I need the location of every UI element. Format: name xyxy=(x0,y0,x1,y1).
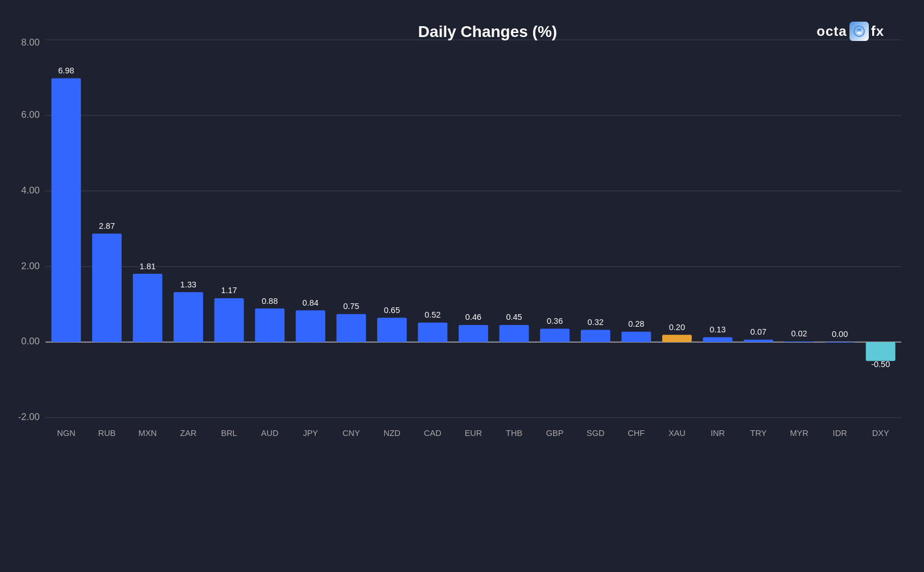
svg-text:MYR: MYR xyxy=(790,429,808,438)
svg-text:XAU: XAU xyxy=(669,429,686,438)
svg-text:0.00: 0.00 xyxy=(832,330,848,339)
svg-text:CNY: CNY xyxy=(343,429,360,438)
svg-text:0.88: 0.88 xyxy=(262,296,278,305)
svg-text:0.46: 0.46 xyxy=(465,312,481,322)
bar-AUD xyxy=(255,308,284,342)
bar-XAU xyxy=(662,335,692,342)
bar-NGN xyxy=(51,78,81,342)
bar-CAD xyxy=(418,323,447,342)
bar-RUB xyxy=(92,233,122,342)
bar-MXN xyxy=(133,274,163,342)
bar-ZAR xyxy=(174,292,203,342)
svg-text:1.17: 1.17 xyxy=(221,286,237,295)
svg-text:0.36: 0.36 xyxy=(547,316,563,326)
svg-text:THB: THB xyxy=(506,429,522,438)
bar-THB xyxy=(500,325,529,342)
bar-GBP xyxy=(540,328,570,342)
svg-text:8.00: 8.00 xyxy=(21,37,39,48)
svg-text:2.00: 2.00 xyxy=(21,261,39,271)
svg-point-0 xyxy=(854,26,864,36)
logo: octa fx xyxy=(816,22,884,41)
svg-text:0.02: 0.02 xyxy=(791,329,807,338)
bar-EUR xyxy=(459,325,488,342)
svg-text:AUD: AUD xyxy=(261,429,279,438)
svg-text:0.75: 0.75 xyxy=(343,302,359,311)
svg-text:JPY: JPY xyxy=(303,429,318,438)
svg-text:ZAR: ZAR xyxy=(180,429,196,438)
svg-text:NGN: NGN xyxy=(57,429,75,438)
svg-text:GBP: GBP xyxy=(546,429,564,438)
bar-SGD xyxy=(581,330,610,342)
svg-text:SGD: SGD xyxy=(587,429,604,438)
svg-text:4.00: 4.00 xyxy=(21,185,39,196)
svg-text:0.20: 0.20 xyxy=(669,322,685,331)
svg-text:DXY: DXY xyxy=(872,429,889,438)
svg-text:0.32: 0.32 xyxy=(588,318,604,327)
svg-text:RUB: RUB xyxy=(98,429,116,438)
bar-chart: 8.00 6.00 4.00 2.00 0.00 -2.00 6.98 NGN … xyxy=(46,40,901,515)
bar-BRL xyxy=(214,298,244,342)
svg-text:-0.50: -0.50 xyxy=(871,360,890,369)
svg-text:2.87: 2.87 xyxy=(99,221,115,231)
svg-text:CHF: CHF xyxy=(628,429,645,438)
svg-text:0.65: 0.65 xyxy=(384,305,400,314)
svg-text:0.00: 0.00 xyxy=(21,336,39,347)
bar-MYR xyxy=(785,341,814,342)
svg-text:EUR: EUR xyxy=(465,429,482,438)
bar-CHF xyxy=(621,332,651,342)
svg-text:BRL: BRL xyxy=(221,429,237,438)
svg-text:6.00: 6.00 xyxy=(21,109,39,120)
svg-text:MXN: MXN xyxy=(138,429,156,438)
svg-text:TRY: TRY xyxy=(750,429,767,438)
svg-text:0.84: 0.84 xyxy=(303,298,319,307)
logo-text-left: octa xyxy=(816,23,847,39)
bar-NZD xyxy=(377,318,407,342)
svg-text:-2.00: -2.00 xyxy=(18,411,40,422)
svg-text:0.13: 0.13 xyxy=(710,325,725,334)
bar-INR xyxy=(703,337,732,342)
bar-DXY xyxy=(866,342,896,361)
svg-text:NZD: NZD xyxy=(383,429,401,438)
svg-text:1.33: 1.33 xyxy=(180,279,196,289)
svg-text:0.07: 0.07 xyxy=(750,327,766,336)
svg-text:1.81: 1.81 xyxy=(139,261,155,270)
svg-text:6.98: 6.98 xyxy=(58,66,74,75)
logo-icon xyxy=(849,22,869,41)
chart-title: Daily Changes (%) xyxy=(85,23,890,41)
bar-IDR xyxy=(825,342,855,343)
svg-text:0.28: 0.28 xyxy=(628,319,644,328)
svg-text:0.52: 0.52 xyxy=(424,310,440,319)
svg-text:INR: INR xyxy=(711,429,725,438)
bar-CNY xyxy=(336,314,366,342)
bar-JPY xyxy=(296,310,325,342)
logo-text-right: fx xyxy=(871,23,884,39)
chart-container: Daily Changes (%) octa fx 8.00 6.00 4.00… xyxy=(0,0,924,572)
bar-TRY xyxy=(744,340,773,342)
svg-text:CAD: CAD xyxy=(424,429,442,438)
svg-text:IDR: IDR xyxy=(833,429,847,438)
svg-text:0.45: 0.45 xyxy=(506,312,522,322)
